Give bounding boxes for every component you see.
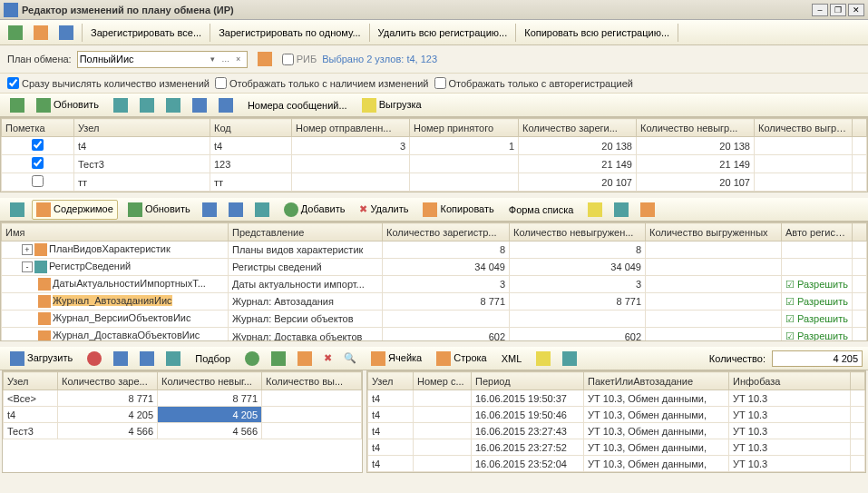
col-sent[interactable]: Номер отправленн... [292,119,410,137]
tree-row[interactable]: Журнал_ДоставкаОбъектовИисЖурнал: Достав… [2,328,867,341]
maximize-button[interactable]: ❐ [830,4,846,16]
refresh-button[interactable]: Обновить [32,95,103,115]
lcol-unexp[interactable]: Количество невыг... [158,372,262,390]
grid4-icon[interactable] [250,200,274,220]
delete-all-button[interactable]: Удалить всю регистрацию... [374,25,512,41]
stop-icon[interactable] [83,349,106,369]
rcol-node[interactable]: Узел [368,372,414,390]
col-recv[interactable]: Номер принятого [410,119,519,137]
row-checkbox[interactable] [32,139,44,151]
tree-row[interactable]: -РегистрСведенийРегистры сведений34 0493… [2,259,867,276]
tool1-icon[interactable] [610,200,633,220]
table-row[interactable]: t416.06.2015 23:27:43УТ 10.3, Обмен данн… [368,423,865,439]
ccol-exp[interactable]: Количество выгруженных [646,223,782,242]
table-row[interactable]: Тест34 5664 566 [4,423,362,439]
ccol-name[interactable]: Имя [2,223,229,242]
nodes-table[interactable]: Пометка Узел Код Номер отправленн... Ном… [0,117,868,192]
new-icon[interactable] [4,23,27,43]
ccol-repr[interactable]: Представление [229,223,383,242]
table-row[interactable]: <Все>8 7718 771 [4,390,362,407]
tool2-icon[interactable] [636,200,659,220]
col-mark[interactable]: Пометка [2,119,74,137]
filter-button[interactable]: Подбор [190,350,235,367]
cell-button[interactable]: Ячейка [366,349,426,369]
sort-desc-icon[interactable] [214,95,238,115]
sort-asc-icon[interactable] [188,95,211,115]
col-node[interactable]: Узел [74,119,210,137]
content-table[interactable]: Имя Представление Количество зарегистр..… [0,222,868,341]
folder2-icon[interactable] [532,349,555,369]
folder-icon[interactable] [583,200,607,220]
copy-all-button[interactable]: Копировать всю регистрацию... [520,25,674,41]
expand-icon[interactable]: - [22,261,33,272]
copy-button[interactable]: Копировать [418,200,498,220]
left-table[interactable]: Узел Количество заре... Количество невыг… [2,370,363,473]
add-button[interactable]: Добавить [279,200,350,220]
ccol-auto[interactable]: Авто регистрация [782,223,853,242]
load-button[interactable]: Загрузить [5,349,77,369]
rcol-period[interactable]: Период [472,372,584,390]
col-code[interactable]: Код [210,119,292,137]
only-changes-checkbox[interactable]: Отображать только с наличием изменений [215,77,429,89]
bsort2-icon[interactable] [135,349,159,369]
list-form-button[interactable]: Форма списка [504,202,579,218]
expand-icon[interactable]: + [22,244,33,255]
plan-dropdown-icon[interactable]: ▾ [207,54,219,64]
sort2-icon[interactable] [224,200,248,220]
grid-icon[interactable] [5,200,29,220]
table-row[interactable]: t44 2054 205 [4,407,362,423]
refresh2-button[interactable]: Обновить [123,200,195,220]
add-circle-icon[interactable] [240,349,264,369]
row-checkbox[interactable] [32,175,44,187]
doc-icon[interactable] [29,23,53,43]
delete-button[interactable]: ✖ Удалить [355,201,413,218]
tree-row[interactable]: +ПланВидовХарактеристикПланы видов харак… [2,242,867,259]
ccol-reg[interactable]: Количество зарегистр... [383,223,510,242]
sort1-icon[interactable] [198,200,221,220]
table-row[interactable]: тттт 20 10720 107 [2,173,867,192]
table-row[interactable]: t416.06.2015 19:50:46УТ 10.3, Обмен данн… [368,407,865,423]
register-one-button[interactable]: Зарегистрировать по одному... [214,25,365,41]
table-row[interactable]: Тест3123 21 14921 149 [2,155,867,173]
plan-ellipsis-icon[interactable]: … [219,54,232,64]
table-row[interactable]: t416.06.2015 23:52:04УТ 10.3, Обмен данн… [368,456,865,472]
contents-button[interactable]: Содержимое [32,200,118,220]
ccol-unexp[interactable]: Количество невыгружен... [510,223,646,242]
col-unexp[interactable]: Количество невыгр... [637,119,755,137]
rcol-ib[interactable]: Инфобаза [729,372,851,390]
right-table[interactable]: Узел Номер с... Период ПакетИлиАвтозадан… [366,370,866,473]
msg-numbers-button[interactable]: Номера сообщений... [243,97,352,113]
grid1-icon[interactable] [109,95,132,115]
table-row[interactable]: t416.06.2015 23:27:52УТ 10.3, Обмен данн… [368,439,865,456]
table-row[interactable]: t4t431 20 13820 138 [2,137,867,155]
search-icon[interactable] [253,49,277,69]
export-button[interactable]: Выгрузка [357,95,426,115]
plan-clear-icon[interactable]: × [232,54,245,64]
bsort1-icon[interactable] [109,349,132,369]
grid2-icon[interactable] [135,95,159,115]
row-checkbox[interactable] [32,157,44,169]
rcol-packet[interactable]: ПакетИлиАвтозадание [584,372,729,390]
col-reg[interactable]: Количество зареги... [519,119,637,137]
register-all-button[interactable]: Зарегистрировать все... [86,25,206,41]
close-button[interactable]: ✕ [848,4,864,16]
copy2-icon[interactable] [293,349,317,369]
qty-input[interactable] [772,350,863,367]
grid3-icon[interactable] [161,95,185,115]
rcol-msg[interactable]: Номер с... [414,372,472,390]
refresh3-icon[interactable] [267,349,290,369]
plan-input[interactable] [80,54,207,64]
table-row[interactable]: t416.06.2015 19:50:37УТ 10.3, Обмен данн… [368,390,865,407]
lcol-exp[interactable]: Количество вы... [262,372,362,390]
user-icon[interactable] [54,23,78,43]
tree-row[interactable]: Журнал_АвтозаданияИисЖурнал: Автозадания… [2,293,867,311]
rib-checkbox[interactable]: РИБ [282,54,317,65]
search2-icon[interactable]: 🔍 [339,350,361,367]
lcol-reg[interactable]: Количество заре... [58,372,158,390]
only-autoreg-checkbox[interactable]: Отображать только с авторегистрацией [434,77,633,89]
lcol-node[interactable]: Узел [4,372,58,390]
check-icon[interactable] [5,95,29,115]
plan-combo[interactable]: ▾ … × [77,51,248,68]
minimize-button[interactable]: – [812,4,828,16]
btool-icon[interactable] [558,349,581,369]
